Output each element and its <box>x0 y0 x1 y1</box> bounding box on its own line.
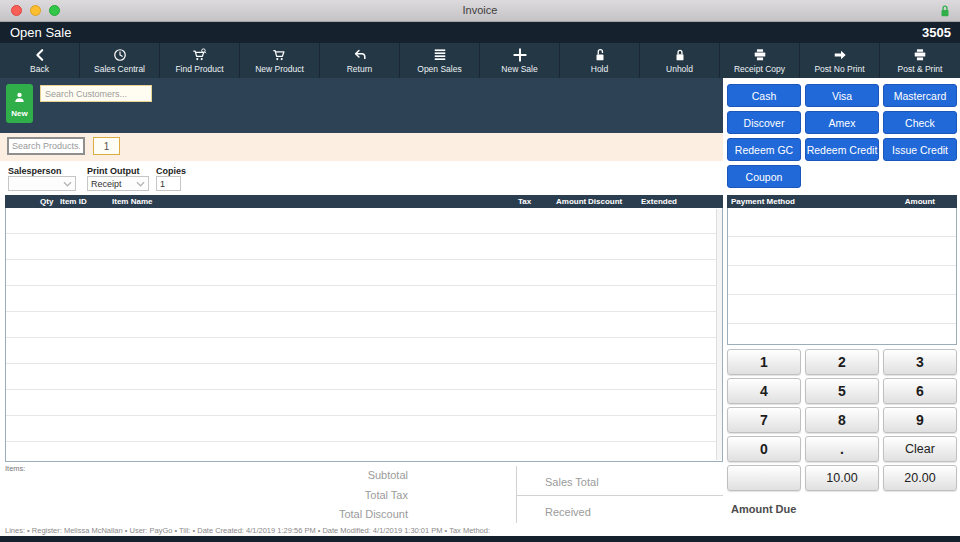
line-items-header: Qty Item ID Item Name Tax Amount Discoun… <box>5 195 723 208</box>
copies-input[interactable] <box>156 176 181 191</box>
tender-discover-button[interactable]: Discover <box>727 111 801 134</box>
unhold-button[interactable]: Unhold <box>640 43 720 78</box>
status-bar-text: Lines: • Register: Melissa McNallan • Us… <box>5 526 490 535</box>
received-label: Received <box>545 506 591 518</box>
tender-redeem-credit-button[interactable]: Redeem Credit <box>805 138 879 161</box>
plus-icon <box>513 48 527 62</box>
printer-icon <box>913 48 927 62</box>
page-title: Open Sale <box>10 25 71 40</box>
sales-central-button[interactable]: Sales Central <box>80 43 160 78</box>
numpad-key-5[interactable]: 5 <box>805 378 879 404</box>
post-and-print-button[interactable]: Post & Print <box>880 43 960 78</box>
tender-redeem-gc-button[interactable]: Redeem GC <box>727 138 801 161</box>
new-product-button[interactable]: New Product <box>240 43 320 78</box>
numpad-quick-10-button[interactable]: 10.00 <box>805 465 879 491</box>
numpad-key-1[interactable]: 1 <box>727 349 801 375</box>
cart-search-icon <box>192 48 207 62</box>
product-search-band: 1 <box>0 133 723 161</box>
sales-total-label: Sales Total <box>545 476 599 488</box>
clock-icon <box>113 48 127 62</box>
back-icon <box>33 48 47 62</box>
sale-number: 3505 <box>922 25 951 40</box>
tender-amex-button[interactable]: Amex <box>805 111 879 134</box>
status-bar: Lines: • Register: Melissa McNallan • Us… <box>0 524 960 536</box>
open-sales-button[interactable]: Open Sales <box>400 43 480 78</box>
line-items-body <box>5 208 723 462</box>
printer-icon <box>753 48 767 62</box>
return-button[interactable]: Return <box>320 43 400 78</box>
lock-icon <box>673 48 687 62</box>
chevron-down-icon <box>63 179 72 189</box>
numpad-key-2[interactable]: 2 <box>805 349 879 375</box>
new-customer-button[interactable]: New <box>6 84 33 123</box>
quantity-box[interactable]: 1 <box>93 137 120 155</box>
numpad-key-8[interactable]: 8 <box>805 407 879 433</box>
subtotal-label: Subtotal <box>280 469 408 481</box>
total-tax-label: Total Tax <box>280 489 408 501</box>
numpad-key-0[interactable]: 0 <box>727 436 801 462</box>
tender-visa-button[interactable]: Visa <box>805 84 879 107</box>
numpad-quick-20-button[interactable]: 20.00 <box>883 465 957 491</box>
post-no-print-button[interactable]: Post No Print <box>800 43 880 78</box>
unlock-icon <box>593 48 607 62</box>
items-scrollbar[interactable] <box>716 209 722 460</box>
print-output-label: Print Output <box>87 166 140 176</box>
numpad-key-7[interactable]: 7 <box>727 407 801 433</box>
copies-label: Copies <box>156 166 186 176</box>
numpad-key-3[interactable]: 3 <box>883 349 957 375</box>
amount-due-label: Amount Due <box>731 503 796 515</box>
receipt-copy-button[interactable]: Receipt Copy <box>720 43 800 78</box>
find-product-button[interactable]: Find Product <box>160 43 240 78</box>
cart-icon <box>272 48 287 62</box>
lock-status-icon <box>938 3 952 22</box>
numpad-key-decimal[interactable]: . <box>805 436 879 462</box>
numpad-blank-key[interactable] <box>727 465 801 491</box>
tender-cash-button[interactable]: Cash <box>727 84 801 107</box>
tender-check-button[interactable]: Check <box>883 111 957 134</box>
return-arrow-icon <box>353 48 367 62</box>
numpad: 1 2 3 4 5 6 7 8 9 0 . Clear 10.00 20.00 <box>727 349 957 491</box>
pos-invoice-window: Invoice Open Sale 3505 Back Sales Centra… <box>0 0 960 542</box>
salesperson-label: Salesperson <box>8 166 62 176</box>
numpad-key-9[interactable]: 9 <box>883 407 957 433</box>
back-button[interactable]: Back <box>0 43 80 78</box>
window-title: Invoice <box>0 4 960 16</box>
tender-mastercard-button[interactable]: Mastercard <box>883 84 957 107</box>
hold-button[interactable]: Hold <box>560 43 640 78</box>
tender-issue-credit-button[interactable]: Issue Credit <box>883 138 957 161</box>
payment-method-body <box>727 208 957 345</box>
search-customers-input[interactable] <box>40 85 152 102</box>
salesperson-select[interactable] <box>8 176 76 191</box>
payment-method-table: Payment Method Amount <box>727 195 957 345</box>
search-products-input[interactable] <box>7 137 85 155</box>
main-toolbar: Back Sales Central Find Product New Prod… <box>0 43 960 78</box>
customer-panel: New <box>0 78 723 133</box>
new-sale-button[interactable]: New Sale <box>480 43 560 78</box>
bottom-accent-bar <box>0 536 960 542</box>
print-output-select[interactable]: Receipt <box>87 176 149 191</box>
line-items-table: Qty Item ID Item Name Tax Amount Discoun… <box>5 195 723 462</box>
tender-coupon-button[interactable]: Coupon <box>727 165 801 188</box>
total-discount-label: Total Discount <box>280 508 408 520</box>
numpad-key-4[interactable]: 4 <box>727 378 801 404</box>
list-icon <box>433 48 447 62</box>
tender-buttons: Cash Visa Mastercard Discover Amex Check… <box>727 84 957 188</box>
arrow-right-icon <box>833 48 847 62</box>
numpad-clear-button[interactable]: Clear <box>883 436 957 462</box>
page-header: Open Sale 3505 <box>0 22 960 43</box>
window-titlebar: Invoice <box>0 0 960 22</box>
items-count-label: Items: <box>5 464 25 473</box>
chevron-down-icon <box>136 179 145 189</box>
payment-method-header: Payment Method Amount <box>727 195 957 208</box>
sales-total-underline <box>516 495 723 496</box>
person-icon <box>13 90 26 108</box>
numpad-key-6[interactable]: 6 <box>883 378 957 404</box>
